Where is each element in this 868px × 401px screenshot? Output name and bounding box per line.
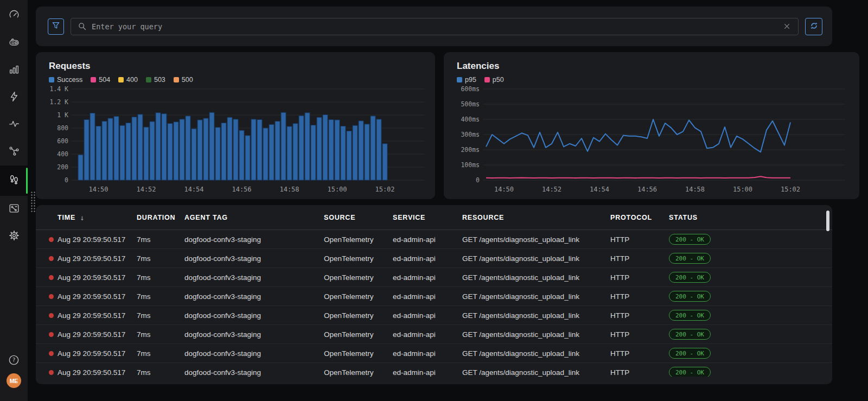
svg-text:14:54: 14:54 [590, 186, 609, 193]
table-header: TIME ↓ DURATION AGENT TAG SOURCE SERVICE… [36, 205, 832, 230]
legend-item[interactable]: p50 [484, 76, 504, 84]
svg-text:100ms: 100ms [461, 161, 480, 169]
cell-resource: GET /agents/diagnostic_upload_link [462, 349, 610, 358]
cell-service: ed-admin-api [393, 330, 462, 339]
cell-status: 200 - OK [669, 272, 832, 283]
query-input[interactable] [92, 22, 777, 31]
cell-protocol: HTTP [610, 368, 669, 377]
lightning-icon [8, 91, 20, 105]
cell-time: Aug 29 20:59:50.517 [58, 235, 137, 244]
column-header-service[interactable]: SERVICE [393, 214, 462, 221]
cell-status: 200 - OK [669, 329, 832, 340]
svg-text:14:50: 14:50 [494, 186, 514, 193]
cell-time: Aug 29 20:59:50.517 [58, 330, 137, 339]
sidebar-item-events[interactable] [0, 84, 28, 111]
column-header-status[interactable]: STATUS [669, 214, 832, 221]
table-row[interactable]: Aug 29 20:59:50.5177msdogfood-confv3-sta… [36, 230, 832, 249]
table-row[interactable]: Aug 29 20:59:50.5177msdogfood-confv3-sta… [36, 344, 832, 363]
svg-text:15:02: 15:02 [781, 186, 800, 193]
table-row[interactable]: Aug 29 20:59:50.5177msdogfood-confv3-sta… [36, 268, 832, 287]
table-row[interactable]: Aug 29 20:59:50.5177msdogfood-confv3-sta… [36, 325, 832, 344]
cell-service: ed-admin-api [393, 235, 462, 244]
cell-dot [49, 368, 58, 377]
status-dot [49, 313, 54, 318]
cell-status: 200 - OK [669, 348, 832, 359]
cell-time: Aug 29 20:59:50.517 [58, 311, 137, 320]
column-header-source[interactable]: SOURCE [324, 214, 393, 221]
cell-agent-tag: dogfood-confv3-staging [184, 330, 324, 339]
latencies-chart[interactable]: 0100ms200ms300ms400ms500ms600ms14:5014:5… [450, 84, 853, 198]
latencies-title: Latencies [444, 52, 859, 72]
cell-duration: 7ms [137, 311, 184, 320]
cell-dot [49, 235, 58, 244]
legend-item[interactable]: p95 [457, 76, 476, 84]
sidebar-item-service-map[interactable] [0, 138, 28, 166]
svg-text:15:00: 15:00 [327, 186, 347, 193]
sidebar-item-metrics[interactable] [0, 57, 28, 84]
cell-service: ed-admin-api [393, 273, 462, 282]
column-header-duration[interactable]: DURATION [137, 214, 184, 221]
table-row[interactable]: Aug 29 20:59:50.5177msdogfood-confv3-sta… [36, 306, 832, 325]
status-dot [49, 332, 54, 337]
cell-protocol: HTTP [610, 330, 669, 339]
cell-status: 200 - OK [669, 310, 832, 321]
legend-item[interactable]: 500 [174, 76, 193, 84]
cell-agent-tag: dogfood-confv3-staging [184, 254, 324, 263]
sort-desc-icon[interactable]: ↓ [80, 213, 85, 222]
footprints-icon [8, 174, 20, 188]
column-header-protocol[interactable]: PROTOCOL [610, 214, 669, 221]
svg-text:200: 200 [57, 163, 68, 171]
cell-protocol: HTTP [610, 254, 669, 263]
legend-chip [457, 77, 462, 82]
cell-dot [49, 273, 58, 282]
close-icon[interactable] [782, 22, 792, 31]
cell-resource: GET /agents/diagnostic_upload_link [462, 330, 610, 339]
sidebar-item-traces[interactable] [0, 166, 28, 196]
cell-service: ed-admin-api [393, 368, 462, 377]
svg-text:1 K: 1 K [57, 111, 68, 119]
legend-label: 400 [126, 76, 138, 84]
legend-item[interactable]: 503 [146, 76, 165, 84]
table-row[interactable]: Aug 29 20:59:50.5177msdogfood-confv3-sta… [36, 363, 832, 377]
legend-chip [49, 77, 54, 82]
refresh-button[interactable] [805, 18, 822, 35]
svg-text:600ms: 600ms [461, 85, 480, 93]
cell-status: 200 - OK [669, 291, 832, 302]
column-header-agent-tag[interactable]: AGENT TAG [184, 214, 324, 221]
svg-text:400ms: 400ms [461, 116, 480, 123]
column-header-resource[interactable]: RESOURCE [462, 214, 610, 221]
sidebar-resize-handle[interactable] [30, 190, 36, 213]
column-header-time[interactable]: TIME ↓ [58, 213, 137, 222]
sidebar-item-help[interactable]: ? [0, 348, 28, 373]
table-row[interactable]: Aug 29 20:59:50.5177msdogfood-confv3-sta… [36, 249, 832, 268]
svg-text:15:02: 15:02 [375, 186, 394, 193]
legend-chip [91, 77, 96, 82]
cell-source: OpenTelemetry [324, 254, 393, 263]
legend-chip [118, 77, 124, 82]
requests-chart[interactable]: 02004006008001 K1.2 K1.4 K14:5014:5214:5… [42, 84, 429, 198]
avatar[interactable]: ME [7, 373, 21, 388]
svg-text:15:00: 15:00 [733, 186, 752, 193]
legend-item[interactable]: 400 [118, 76, 138, 84]
svg-text:1.4 K: 1.4 K [49, 85, 68, 93]
legend-item[interactable]: 504 [91, 76, 110, 84]
cell-duration: 7ms [137, 273, 184, 282]
sidebar-item-monitors[interactable] [0, 111, 28, 138]
status-dot [49, 351, 54, 356]
svg-text:500ms: 500ms [461, 100, 480, 108]
table-row[interactable]: Aug 29 20:59:50.5177msdogfood-confv3-sta… [36, 287, 832, 306]
sidebar-item-flows[interactable] [0, 196, 28, 223]
sidebar-item-dashboard[interactable] [0, 3, 28, 30]
table-scrollbar-thumb[interactable] [826, 211, 829, 231]
cell-source: OpenTelemetry [324, 368, 393, 377]
sidebar-item-settings[interactable] [0, 223, 28, 250]
svg-text:200ms: 200ms [461, 146, 480, 154]
filter-button[interactable] [48, 18, 64, 35]
sidebar-item-logs[interactable] [0, 30, 28, 57]
cell-time: Aug 29 20:59:50.517 [58, 368, 137, 377]
table-rows: Aug 29 20:59:50.5177msdogfood-confv3-sta… [36, 230, 832, 377]
legend-item[interactable]: Success [49, 76, 82, 84]
cell-status: 200 - OK [669, 253, 832, 264]
requests-panel: Requests Success504400503500 02004006008… [36, 52, 435, 199]
gauge-icon [8, 9, 20, 23]
